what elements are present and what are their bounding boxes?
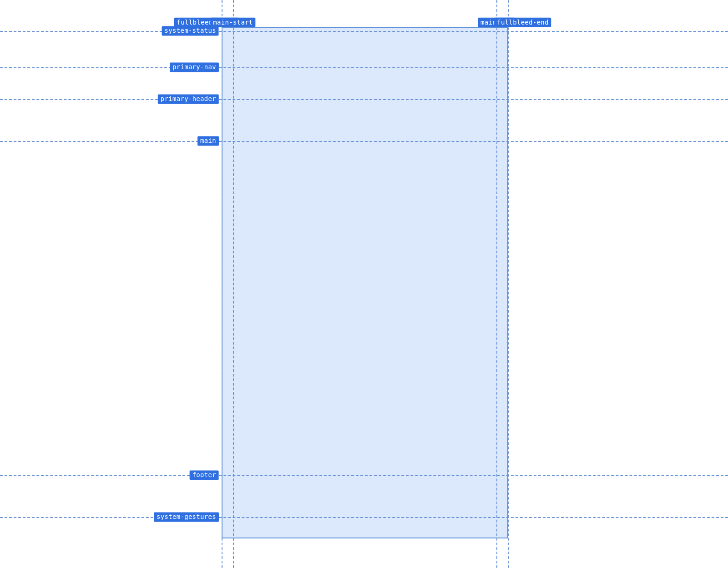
row-label-main: main [197, 136, 219, 146]
col-line-main-end [496, 0, 497, 568]
row-line-main [0, 141, 728, 142]
row-line-primary-header [0, 99, 728, 100]
row-label-primary-header: primary-header [158, 94, 219, 104]
row-label-primary-nav: primary-nav [170, 62, 219, 72]
col-line-fullbleed-start [222, 0, 222, 568]
col-label-fullbleed-end: fullbleed-end [494, 18, 551, 27]
row-label-system-status: system-status [162, 26, 219, 35]
grid-container [222, 27, 508, 538]
row-label-system-gestures: system-gestures [154, 512, 219, 522]
col-line-main-start [233, 0, 234, 568]
row-line-system-status [0, 31, 728, 32]
row-label-footer: footer [190, 470, 219, 480]
col-line-fullbleed-end [508, 0, 509, 568]
row-line-system-gestures [0, 517, 728, 518]
row-line-primary-nav [0, 67, 728, 68]
row-line-footer [0, 475, 728, 476]
